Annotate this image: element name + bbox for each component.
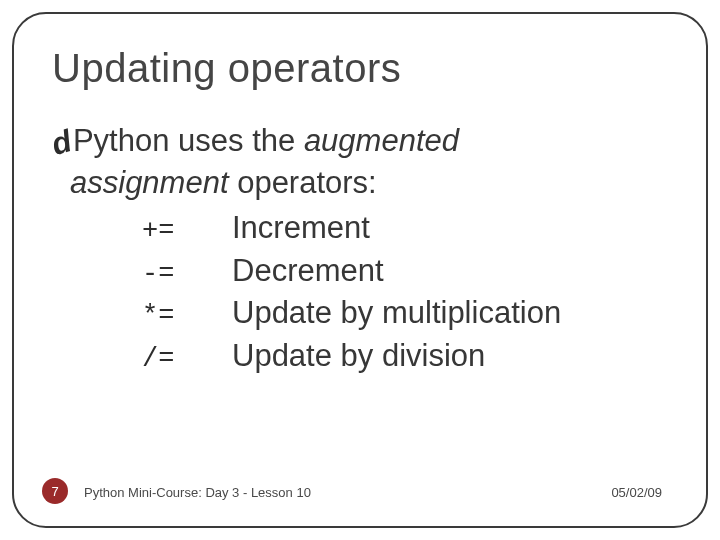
slide-frame: Updating operators d Python uses the aug…: [12, 12, 708, 528]
page-number-badge: 7: [42, 478, 68, 504]
table-row: *= Update by multiplication: [142, 293, 668, 334]
operator-symbol: +=: [142, 214, 232, 249]
footer-date: 05/02/09: [611, 485, 662, 500]
lead-line: d Python uses the augmented: [52, 121, 668, 161]
lead-text: Python uses the augmented: [73, 121, 459, 161]
footer-course: Python Mini-Course: Day 3 - Lesson 10: [84, 485, 311, 500]
table-row: += Increment: [142, 208, 668, 249]
operator-symbol: -=: [142, 257, 232, 292]
operator-desc: Decrement: [232, 251, 384, 291]
table-row: -= Decrement: [142, 251, 668, 292]
operators-table: += Increment -= Decrement *= Update by m…: [142, 208, 668, 376]
table-row: /= Update by division: [142, 336, 668, 377]
operator-desc: Update by multiplication: [232, 293, 561, 333]
operator-desc: Increment: [232, 208, 370, 248]
slide-body: d Python uses the augmented assignment o…: [52, 121, 668, 377]
slide-title: Updating operators: [52, 46, 668, 91]
operator-symbol: /=: [142, 342, 232, 377]
lead-line2: assignment operators:: [70, 163, 668, 203]
operator-desc: Update by division: [232, 336, 485, 376]
bullet-icon: d: [48, 125, 75, 160]
line2-italic: assignment: [70, 165, 229, 200]
lead-italic: augmented: [304, 123, 459, 158]
slide-footer: 7 Python Mini-Course: Day 3 - Lesson 10 …: [14, 478, 706, 504]
operator-symbol: *=: [142, 299, 232, 334]
line2-rest: operators:: [229, 165, 377, 200]
lead-prefix: Python uses the: [73, 123, 304, 158]
